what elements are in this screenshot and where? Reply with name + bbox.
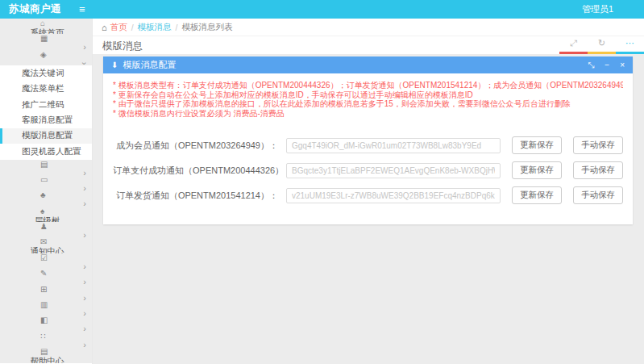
panel-header: ⬇ 模版消息配置 ⤡ − × xyxy=(103,56,633,73)
sidebar-item[interactable]: ✎订单管理› xyxy=(0,269,92,284)
layout: ⌂系统首页▦系统设置›◈微信管理›魔法关键词魔法菜单栏推广二维码客服消息配置模版… xyxy=(0,19,644,364)
template-row-label: 订单发货通知（OPENTM201541214）： xyxy=(113,190,278,202)
warning-note: * 更新保存会自动在公众号上添加相对应的模板消息ID，手动保存可以通过手动编辑相… xyxy=(113,90,623,100)
update-save-button[interactable]: 更新保存 xyxy=(512,136,562,154)
finance-icon: ☑ xyxy=(40,253,52,262)
manual-save-button[interactable]: 手动保存 xyxy=(573,161,623,179)
breadcrumb: ⌂ 首页 / 模板消息 / 模板消息列表 xyxy=(93,19,644,36)
sidebar-item[interactable]: 推广二维码 xyxy=(0,97,92,112)
breadcrumb-separator: / xyxy=(131,23,134,32)
chevron-right-icon: › xyxy=(83,262,86,271)
warning-note: * 模板消息类型有：订单支付成功通知（OPENTM200444326）；订单发货… xyxy=(113,81,623,90)
more-icon: ⋯ xyxy=(625,36,634,48)
help-icon: ▤ xyxy=(40,347,52,356)
app-title: 苏城商户通 xyxy=(0,2,74,16)
plugin-icon: ◧ xyxy=(40,316,52,324)
sidebar-item[interactable]: ▭卡券设置› xyxy=(0,175,92,190)
topbar: 苏城商户通 ≡ 管理员1 xyxy=(0,0,644,19)
sidebar-item-label: 图灵机器人配置 xyxy=(22,146,81,157)
sidebar-item[interactable]: ✉通知中心 xyxy=(0,237,92,253)
sidebar-item[interactable]: 模版消息配置 xyxy=(0,128,92,144)
breadcrumb-current: 模板消息列表 xyxy=(182,22,233,33)
sidebar-item-label: 魔法关键词 xyxy=(22,68,64,79)
panel-expand-icon[interactable]: ⤡ xyxy=(588,61,594,69)
sidebar-item[interactable]: ♟会员中心› xyxy=(0,222,92,237)
sidebar: ⌂系统首页▦系统设置›◈微信管理›魔法关键词魔法菜单栏推广二维码客服消息配置模版… xyxy=(0,19,93,364)
chevron-right-icon: › xyxy=(83,169,86,178)
sidebar-item[interactable]: 魔法关键词 xyxy=(0,65,92,81)
sidebar-item[interactable]: ⌂系统首页 xyxy=(0,19,92,34)
settings-icon: ▦ xyxy=(40,34,52,43)
sidebar-item[interactable]: ▤帮助中心 xyxy=(0,347,92,362)
points-icon: ∷ xyxy=(40,332,52,341)
panel-body: * 模板消息类型有：订单支付成功通知（OPENTM200444326）；订单发货… xyxy=(103,73,633,224)
warning-notes: * 模板消息类型有：订单支付成功通知（OPENTM200444326）；订单发货… xyxy=(113,81,623,118)
chevron-right-icon: › xyxy=(83,184,86,193)
sidebar-item[interactable]: ♣员工管理› xyxy=(0,190,92,206)
template-id-input[interactable] xyxy=(286,138,501,153)
mall-icon: ▤ xyxy=(40,160,52,169)
notice-icon: ✉ xyxy=(40,237,52,246)
sidebar-item-label: 通知中心 xyxy=(31,246,64,253)
sidebar-item-label: 层级树 xyxy=(35,215,60,222)
sidebar-item[interactable]: ◈微信管理› xyxy=(0,50,92,65)
menu-toggle-icon[interactable]: ≡ xyxy=(79,4,85,15)
warning-note: * 由于微信只提供了添加模板消息的接口，所以在此处添加的模板消息若多于15，则会… xyxy=(113,99,623,109)
chevron-right-icon: › xyxy=(83,341,86,349)
chevron-right-icon: › xyxy=(83,309,86,318)
sidebar-item-label: 系统首页 xyxy=(31,27,64,34)
log-icon: ⊞ xyxy=(40,285,52,294)
manual-save-button[interactable]: 手动保存 xyxy=(573,136,623,154)
template-id-input[interactable] xyxy=(286,163,501,178)
chevron-right-icon: › xyxy=(83,278,86,287)
breadcrumb-separator: / xyxy=(176,23,178,32)
sidebar-item-label: 推广二维码 xyxy=(22,99,64,111)
titlebar-tools: ⤢ ↻ ⋯ xyxy=(559,36,644,54)
article-icon: ▥ xyxy=(40,300,52,309)
order-icon: ✎ xyxy=(40,269,52,278)
sidebar-item[interactable]: ☑财务管理› xyxy=(0,253,92,269)
sidebar-item[interactable]: ▦系统设置› xyxy=(0,34,92,49)
more-button[interactable]: ⋯ xyxy=(616,36,644,54)
template-id-row: 订单支付成功通知（OPENTM200444326）：更新保存手动保存 xyxy=(113,161,623,179)
chevron-right-icon: › xyxy=(83,294,86,303)
panel-collapse-icon[interactable]: − xyxy=(605,61,609,69)
sidebar-item[interactable]: ♠层级树 xyxy=(0,207,92,222)
sidebar-item-label: 模版消息配置 xyxy=(22,130,73,141)
sidebar-item[interactable]: 魔法菜单栏 xyxy=(0,82,92,97)
sidebar-item-label: 客服消息配置 xyxy=(22,115,73,126)
sidebar-item[interactable]: 客服消息配置 xyxy=(0,112,92,128)
main-area: ⌂ 首页 / 模板消息 / 模板消息列表 模版消息 ⤢ ↻ ⋯ xyxy=(93,19,644,364)
chevron-down-icon: › xyxy=(81,61,89,65)
sidebar-item[interactable]: ▤商城管理› xyxy=(0,160,92,175)
coupon-icon: ▭ xyxy=(40,175,52,184)
tree-icon: ♠ xyxy=(40,207,52,215)
breadcrumb-home-link[interactable]: 首页 xyxy=(110,22,127,33)
sidebar-item[interactable]: ∷积分管理› xyxy=(0,332,92,347)
home-icon: ⌂ xyxy=(102,23,107,32)
staff-icon: ♣ xyxy=(40,190,52,199)
template-id-row: 订单发货通知（OPENTM201541214）：更新保存手动保存 xyxy=(113,186,623,204)
fullscreen-button[interactable]: ⤢ xyxy=(559,36,588,54)
home-icon: ⌂ xyxy=(40,19,52,27)
chevron-right-icon: › xyxy=(83,231,86,240)
update-save-button[interactable]: 更新保存 xyxy=(512,161,562,179)
sidebar-item[interactable]: ▥文章管理› xyxy=(0,300,92,316)
chevron-right-icon: › xyxy=(83,43,86,52)
sidebar-item[interactable]: ⊞日志中心› xyxy=(0,285,92,300)
refresh-icon: ↻ xyxy=(598,36,605,48)
sidebar-item[interactable]: 图灵机器人配置 xyxy=(0,144,92,159)
sidebar-item-label: 魔法菜单栏 xyxy=(22,83,64,94)
sidebar-item[interactable]: ◧插件管理› xyxy=(0,316,92,331)
panel-close-icon[interactable]: × xyxy=(620,61,625,69)
admin-user-menu[interactable]: 管理员1 xyxy=(582,3,613,15)
update-save-button[interactable]: 更新保存 xyxy=(512,186,562,204)
chevron-right-icon: › xyxy=(83,199,86,208)
breadcrumb-section-link[interactable]: 模板消息 xyxy=(138,22,172,33)
refresh-button[interactable]: ↻ xyxy=(588,36,616,54)
manual-save-button[interactable]: 手动保存 xyxy=(573,186,623,204)
member-icon: ♟ xyxy=(40,222,52,231)
panel-tools: ⤡ − × xyxy=(588,61,625,69)
template-row-label: 成为会员通知（OPENTM203264949）： xyxy=(113,140,278,152)
template-id-input[interactable] xyxy=(286,188,501,203)
